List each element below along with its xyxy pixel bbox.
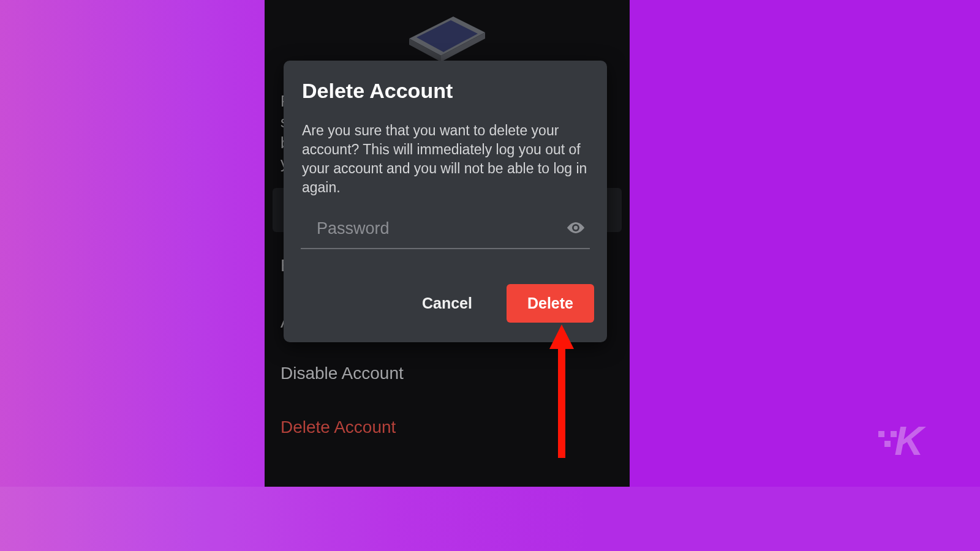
phone-settings-panel: P s b y E A Disable Account Delete Accou… <box>265 0 630 487</box>
password-input[interactable] <box>301 219 565 238</box>
delete-account-modal: Delete Account Are you sure that you wan… <box>284 61 607 342</box>
modal-button-row: Cancel Delete <box>413 284 594 323</box>
modal-title: Delete Account <box>302 79 589 103</box>
cancel-button[interactable]: Cancel <box>413 288 481 318</box>
delete-button[interactable]: Delete <box>507 284 594 323</box>
bottom-bar <box>0 487 980 551</box>
svg-point-5 <box>574 225 578 229</box>
modal-description: Are you sure that you want to delete you… <box>302 121 589 197</box>
svg-marker-6 <box>549 324 574 458</box>
eye-icon[interactable] <box>565 220 590 238</box>
password-field-row <box>301 216 590 249</box>
watermark-letter: K <box>894 418 922 464</box>
delete-account-link[interactable]: Delete Account <box>281 418 396 437</box>
annotation-arrow-icon <box>546 324 577 462</box>
disable-account-link[interactable]: Disable Account <box>281 364 404 383</box>
